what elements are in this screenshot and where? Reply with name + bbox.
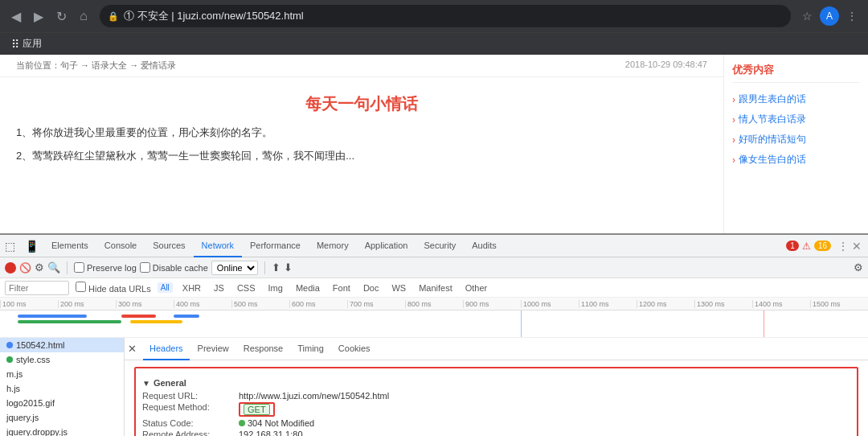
request-url-value: http://www.1juzi.com/new/150542.html [239, 391, 389, 401]
hide-data-urls-checkbox[interactable] [76, 282, 86, 292]
page-date: 2018-10-29 09:48:47 [625, 60, 707, 69]
back-button[interactable]: ◀ [6, 6, 26, 26]
tab-application[interactable]: Application [357, 235, 416, 257]
browser-chrome: ◀ ▶ ↻ ⌂ 🔒 ① 不安全 | 1juzi.com/new/150542.h… [0, 0, 868, 32]
status-dot [239, 420, 245, 426]
record-button[interactable] [5, 262, 16, 274]
search-icon[interactable]: 🔍 [47, 261, 60, 274]
status-code-row: Status Code: 304 Not Modified [142, 418, 850, 428]
preserve-log-checkbox[interactable] [74, 262, 84, 273]
device-toolbar-button[interactable]: 📱 [20, 240, 43, 253]
filter-css[interactable]: CSS [234, 282, 259, 294]
tab-audits[interactable]: Audits [464, 235, 505, 257]
export-button[interactable]: ⬇ [284, 261, 293, 274]
detail-tab-response[interactable]: Response [237, 338, 290, 360]
devtools-controls: 1 ⚠ 16 ⋮ ✕ [780, 240, 868, 253]
tab-performance[interactable]: Performance [242, 235, 309, 257]
error-badge: 1 [786, 241, 799, 251]
detail-content: ▼ General Request URL: http://www.1juzi.… [125, 360, 868, 436]
hide-data-urls-label: Hide data URLs [88, 284, 151, 294]
network-settings-button[interactable]: ⚙ [854, 261, 863, 274]
tab-security[interactable]: Security [416, 235, 464, 257]
detail-tab-cookies[interactable]: Cookies [332, 338, 377, 360]
star-button[interactable]: ☆ [797, 6, 817, 26]
general-section-title[interactable]: ▼ General [142, 378, 850, 388]
sidebar-item-2[interactable]: 情人节表白话录 [732, 109, 860, 130]
detail-tab-headers[interactable]: Headers [143, 338, 190, 360]
timeline-bar-4 [130, 320, 182, 323]
filter-icon[interactable]: ⚙ [35, 261, 44, 274]
filter-doc[interactable]: Doc [360, 282, 383, 294]
detail-tab-preview[interactable]: Preview [191, 338, 235, 360]
warn-badge: 16 [814, 241, 831, 251]
status-code-label: Status Code: [142, 418, 239, 428]
filter-other[interactable]: Other [462, 282, 491, 294]
sidebar-item-4[interactable]: 像女生告白的话 [732, 150, 860, 170]
bookmarks-bar: ⠿ 应用 [0, 32, 868, 55]
page-body: 每天一句小情话 1、将你放进我心里最重要的位置，用心来刻你的名字。 2、莺莺跌碎… [0, 77, 723, 174]
file-item-3[interactable]: h.js [0, 381, 124, 396]
file-item-2[interactable]: m.js [0, 367, 124, 381]
tick-500: 500 ms [231, 300, 289, 308]
devtools-close-icon: ✕ [852, 240, 862, 253]
forward-button[interactable]: ▶ [29, 6, 48, 26]
more-button[interactable]: ⋮ [842, 6, 862, 26]
page-text-1: 1、将你放进我心里最重要的位置，用心来刻你的名字。 [16, 123, 707, 142]
hide-data-urls-toggle[interactable]: Hide data URLs [76, 282, 151, 294]
filter-input[interactable] [5, 281, 69, 295]
file-list: 150542.html style.css m.js h.js logo2015… [0, 338, 125, 436]
detail-tab-timing[interactable]: Timing [291, 338, 330, 360]
devtools-tabbar: ⬚ 📱 Elements Console Sources Network Per… [0, 235, 868, 257]
address-bar-actions: ☆ A ⋮ [797, 6, 862, 26]
apps-grid-icon: ⠿ [11, 38, 19, 51]
import-button[interactable]: ⬆ [272, 261, 280, 274]
inspect-element-button[interactable]: ⬚ [0, 240, 20, 253]
triangle-icon: ▼ [142, 379, 150, 388]
disable-cache-checkbox[interactable] [140, 262, 150, 273]
sidebar-title: 优秀内容 [732, 63, 860, 83]
filter-ws[interactable]: WS [388, 282, 409, 294]
file-item-1[interactable]: style.css [0, 352, 124, 367]
page-title: 每天一句小情话 [16, 85, 707, 123]
tab-network[interactable]: Network [194, 235, 242, 257]
filter-manifest[interactable]: Manifest [416, 282, 456, 294]
close-detail-button[interactable]: ✕ [128, 343, 137, 355]
page-area: 当前位置：句子 → 语录大全 → 爱情话录 2018-10-29 09:48:4… [0, 55, 868, 233]
home-button[interactable]: ⌂ [74, 6, 93, 26]
file-item-0[interactable]: 150542.html [0, 338, 124, 352]
sidebar-item-1[interactable]: 跟男生表白的话 [732, 89, 860, 109]
all-filter-badge[interactable]: All [158, 282, 173, 293]
disable-cache-label[interactable]: Disable cache [140, 262, 208, 273]
filter-img[interactable]: Img [265, 282, 286, 294]
timeline-bar-5 [174, 315, 199, 318]
file-name-0: 150542.html [16, 340, 65, 350]
filter-js[interactable]: JS [211, 282, 227, 294]
sidebar-item-3[interactable]: 好听的情话短句 [732, 130, 860, 150]
throttle-select[interactable]: Online [211, 261, 258, 275]
apps-bookmark[interactable]: ⠿ 应用 [6, 35, 47, 52]
file-item-6[interactable]: jquery.droppy.js [0, 425, 124, 436]
profile-button[interactable]: A [820, 6, 839, 26]
address-bar[interactable]: 🔒 ① 不安全 | 1juzi.com/new/150542.html [100, 5, 791, 27]
filter-xhr[interactable]: XHR [179, 282, 204, 294]
timeline-marker-blue [521, 311, 522, 338]
timeline-area[interactable]: 100 ms 200 ms 300 ms 400 ms 500 ms 600 m… [0, 298, 868, 338]
preserve-log-label[interactable]: Preserve log [74, 262, 137, 273]
clear-button[interactable]: 🚫 [19, 262, 31, 274]
file-item-4[interactable]: logo2015.gif [0, 396, 124, 410]
refresh-button[interactable]: ↻ [51, 6, 71, 26]
file-name-1: style.css [16, 355, 50, 364]
tab-sources[interactable]: Sources [145, 235, 193, 257]
filter-media[interactable]: Media [293, 282, 323, 294]
filter-row: Hide data URLs All XHR JS CSS Img Media … [0, 278, 868, 298]
filter-font[interactable]: Font [330, 282, 354, 294]
devtools-more-icon: ⋮ [837, 240, 849, 253]
tab-memory[interactable]: Memory [309, 235, 357, 257]
general-label: General [154, 378, 186, 388]
timeline-ruler: 100 ms 200 ms 300 ms 400 ms 500 ms 600 m… [0, 298, 868, 311]
request-method-label: Request Method: [142, 402, 239, 417]
file-icon-0 [6, 342, 13, 348]
file-item-5[interactable]: jquery.js [0, 410, 124, 425]
tab-elements[interactable]: Elements [43, 235, 96, 257]
tab-console[interactable]: Console [96, 235, 145, 257]
